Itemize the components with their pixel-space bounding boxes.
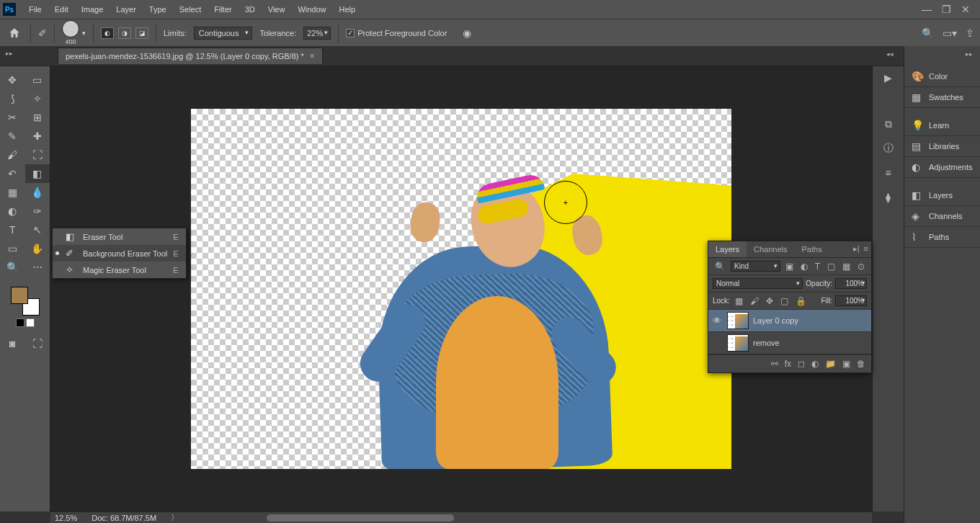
menu-image[interactable]: Image <box>76 2 110 17</box>
home-icon[interactable] <box>6 24 23 42</box>
frame-tool[interactable]: ⊞ <box>25 108 50 127</box>
brush-preset-picker[interactable]: 400 ▾ <box>62 20 86 45</box>
panel-paths[interactable]: ⌇Paths <box>904 227 980 248</box>
blur-tool[interactable]: 💧 <box>25 183 50 202</box>
link-layers-icon[interactable]: ⚯ <box>771 359 778 369</box>
pen-tool[interactable]: ✑ <box>25 202 50 220</box>
status-chevron-icon[interactable]: 〉 <box>171 512 179 523</box>
styles-icon[interactable]: ⧫ <box>880 189 897 206</box>
current-tool-icon[interactable]: ✐ <box>38 27 47 39</box>
filter-toggle-icon[interactable]: ⊙ <box>855 262 867 272</box>
share-icon[interactable]: ⇪ <box>966 27 974 39</box>
filter-smart-icon[interactable]: ▦ <box>840 262 852 272</box>
sampling-continuous-icon[interactable]: ◐ <box>101 27 114 39</box>
panel-channels[interactable]: ◈Channels <box>904 206 980 227</box>
menu-3d[interactable]: 3D <box>239 2 261 17</box>
layer-thumbnail[interactable] <box>727 312 749 329</box>
pressure-icon[interactable]: ◉ <box>463 27 471 39</box>
panel-learn[interactable]: 💡Learn <box>904 115 980 136</box>
gradient-tool[interactable]: ▦ <box>0 183 25 202</box>
layer-thumbnail[interactable] <box>727 334 749 352</box>
layers-tab[interactable]: Layers <box>708 241 747 257</box>
search-icon[interactable]: 🔍 <box>922 27 934 39</box>
adjustment-layer-icon[interactable]: ◐ <box>811 359 819 369</box>
marquee-tool[interactable]: ▭ <box>25 71 50 89</box>
close-icon[interactable]: ✕ <box>961 4 970 15</box>
fill-input[interactable]: 100% <box>835 295 867 306</box>
lock-all-icon[interactable]: 🔒 <box>793 296 808 306</box>
close-tab-icon[interactable]: × <box>310 51 315 61</box>
new-layer-icon[interactable]: ▣ <box>842 359 850 369</box>
menu-edit[interactable]: Edit <box>49 2 74 17</box>
heal-tool[interactable]: ✚ <box>25 127 50 146</box>
visibility-icon[interactable]: 👁 <box>711 316 723 326</box>
expand-panels-icon[interactable]: ◂◂ <box>886 50 894 58</box>
lock-artboard-icon[interactable]: ▢ <box>778 296 790 306</box>
dodge-tool[interactable]: ◐ <box>0 202 25 220</box>
zoom-level[interactable]: 12.5% <box>55 514 77 522</box>
blend-mode-select[interactable]: Normal <box>713 278 803 289</box>
rectangle-tool[interactable]: ▭ <box>0 239 25 258</box>
panel-color[interactable]: 🎨Color <box>904 66 980 87</box>
lock-paint-icon[interactable]: 🖌 <box>748 296 761 306</box>
channels-tab[interactable]: Channels <box>747 241 794 257</box>
document-tab[interactable]: pexels-juan-mendez-1536619.jpg @ 12.5% (… <box>58 48 323 64</box>
layer-mask-icon[interactable]: ◻ <box>798 359 805 369</box>
menu-type[interactable]: Type <box>143 2 172 17</box>
quickmask-tool[interactable]: ◙ <box>0 334 25 353</box>
lasso-tool[interactable]: ⟆ <box>0 89 25 108</box>
menu-view[interactable]: View <box>262 2 291 17</box>
lock-trans-icon[interactable]: ▦ <box>733 296 745 306</box>
color-swatch[interactable] <box>11 287 40 316</box>
type-tool[interactable]: T <box>0 220 25 239</box>
filter-pixel-icon[interactable]: ▣ <box>783 262 796 272</box>
collapse-dock-icon[interactable]: ▸▸ <box>966 50 973 58</box>
doc-size[interactable]: Doc: 68.7M/87.5M <box>92 514 156 522</box>
panel-dock-icon[interactable]: ▸| <box>853 244 860 254</box>
delete-layer-icon[interactable]: 🗑 <box>857 359 865 369</box>
path-select-tool[interactable]: ↖ <box>25 220 50 239</box>
sampling-once-icon[interactable]: ◑ <box>118 27 131 39</box>
flyout-magic-eraser-tool[interactable]: ✧Magic Eraser ToolE <box>53 262 186 278</box>
menu-file[interactable]: File <box>23 2 48 17</box>
layer-fx-icon[interactable]: fx <box>785 359 791 369</box>
swap-colors-icon[interactable] <box>26 318 35 327</box>
info-icon[interactable]: ⓘ <box>880 140 897 157</box>
eraser-tool[interactable]: ◧ <box>25 164 50 183</box>
sampling-swatch-icon[interactable]: ◪ <box>135 27 148 39</box>
move-tool[interactable]: ✥ <box>0 71 25 89</box>
workspace-icon[interactable]: ▭▾ <box>943 27 957 39</box>
screenmode-tool[interactable]: ⛶ <box>25 334 50 353</box>
zoom-tool[interactable]: 🔍 <box>0 258 25 277</box>
menu-filter[interactable]: Filter <box>208 2 237 17</box>
document-canvas[interactable] <box>191 109 731 469</box>
panel-libraries[interactable]: ▤Libraries <box>904 136 980 157</box>
scrollbar-thumb[interactable] <box>267 514 454 522</box>
eyedropper-tool[interactable]: ✎ <box>0 127 25 146</box>
edit-toolbar[interactable]: ⋯ <box>25 258 50 277</box>
menu-select[interactable]: Select <box>174 2 208 17</box>
hand-tool[interactable]: ✋ <box>25 239 50 258</box>
crop-tool[interactable]: ✂ <box>0 108 25 127</box>
adjust-icon[interactable]: ≡ <box>880 164 897 182</box>
layer-row[interactable]: 👁 Layer 0 copy <box>708 310 871 332</box>
filter-type-icon[interactable]: T <box>813 262 822 272</box>
group-icon[interactable]: 📁 <box>825 359 836 369</box>
default-colors-icon[interactable] <box>16 318 24 327</box>
limits-select[interactable]: Contiguous <box>194 27 253 40</box>
minimize-icon[interactable]: — <box>922 4 932 15</box>
expand-dock-icon[interactable]: ▸▸ <box>6 50 13 57</box>
brush-tool[interactable]: 🖌 <box>0 146 25 164</box>
panel-adjustments[interactable]: ◐Adjustments <box>904 157 980 178</box>
quick-select-tool[interactable]: ✧ <box>25 89 50 108</box>
panel-menu-icon[interactable]: ≡ <box>864 244 868 254</box>
opacity-input[interactable]: 100% <box>835 278 867 289</box>
layer-row[interactable]: remove <box>708 332 871 354</box>
menu-help[interactable]: Help <box>334 2 362 17</box>
lock-move-icon[interactable]: ✥ <box>764 296 775 306</box>
paths-tab[interactable]: Paths <box>795 241 829 257</box>
flyout-background-eraser-tool[interactable]: ✐Background Eraser ToolE <box>53 245 186 262</box>
filter-adjust-icon[interactable]: ◐ <box>798 262 810 272</box>
play-icon[interactable]: ▶ <box>880 69 897 86</box>
panel-layers[interactable]: ◧Layers <box>904 185 980 206</box>
